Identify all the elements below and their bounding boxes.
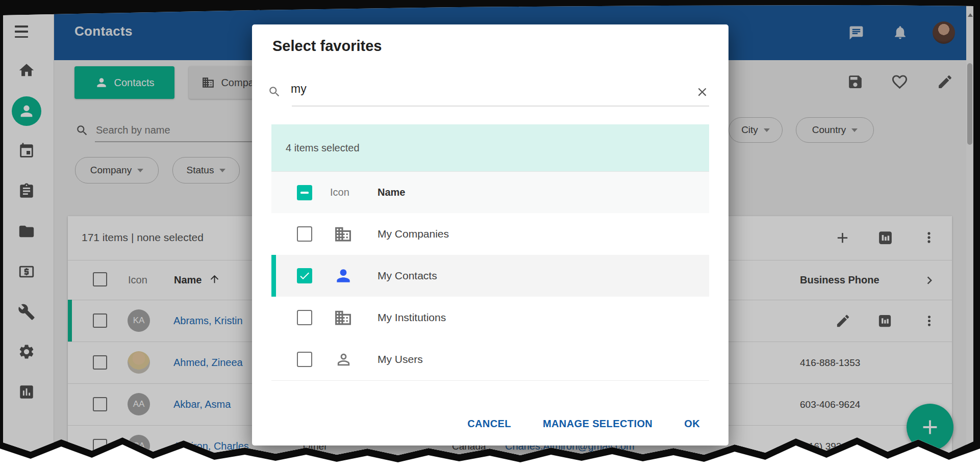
institution-icon: [334, 308, 353, 327]
contact-icon: [334, 266, 353, 285]
screenshot-stage: Contacts: [0, 0, 980, 471]
favorite-name: My Institutions: [378, 311, 446, 324]
favorites-row-my-contacts[interactable]: My Contacts: [271, 255, 709, 297]
selected-row-indicator: [271, 255, 276, 297]
dialog-actions: CANCEL MANAGE SELECTION OK: [252, 413, 701, 435]
favorites-row-my-users[interactable]: My Users: [271, 338, 709, 381]
column-header-icon: Icon: [330, 187, 349, 198]
favorites-header-row: Icon Name: [271, 171, 709, 214]
check-icon: [298, 270, 311, 282]
row-checkbox[interactable]: [297, 352, 312, 367]
favorite-name: My Contacts: [378, 270, 437, 282]
manage-selection-button[interactable]: MANAGE SELECTION: [542, 413, 654, 435]
column-header-name: Name: [378, 187, 405, 198]
favorites-row-my-institutions[interactable]: My Institutions: [271, 297, 709, 339]
ok-button[interactable]: OK: [683, 413, 701, 435]
cancel-button[interactable]: CANCEL: [466, 413, 512, 435]
select-favorites-dialog: Select favorites 4 items selected Icon N…: [252, 24, 728, 446]
favorite-name: My Companies: [378, 228, 449, 240]
row-checkbox-checked[interactable]: [297, 268, 312, 283]
favorite-name: My Users: [378, 353, 423, 365]
selection-banner-text: 4 items selected: [286, 142, 360, 154]
clear-search-x-icon[interactable]: [695, 85, 709, 99]
search-underline: [292, 106, 709, 107]
user-outline-icon: [335, 351, 353, 369]
favorites-row-my-companies[interactable]: My Companies: [271, 213, 709, 255]
favorites-search-input[interactable]: [290, 82, 567, 96]
company-icon: [334, 225, 353, 244]
app-window: Contacts: [0, 0, 980, 471]
minus-icon: [300, 192, 309, 194]
dialog-title: Select favorites: [272, 38, 382, 55]
selection-banner: 4 items selected: [271, 124, 709, 171]
row-checkbox[interactable]: [297, 226, 312, 242]
select-all-checkbox-indeterminate[interactable]: [297, 185, 312, 200]
row-checkbox[interactable]: [297, 310, 312, 325]
search-icon: [268, 85, 281, 98]
